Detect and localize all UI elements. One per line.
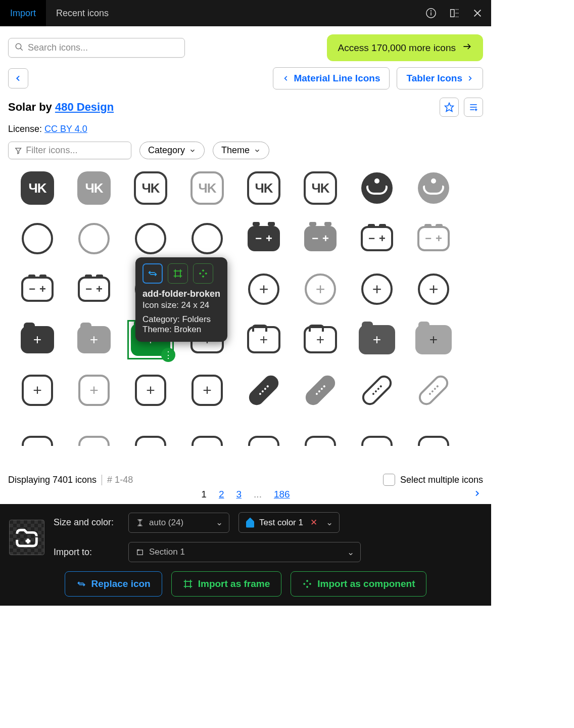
nav-next-label: Tabler Icons bbox=[406, 73, 462, 84]
icon-accessibility-duotone[interactable] bbox=[410, 168, 457, 208]
icon-bandage-duotone[interactable] bbox=[297, 371, 344, 410]
window-resize-icon[interactable] bbox=[449, 8, 460, 19]
icon-4k-outline[interactable]: ЧK bbox=[127, 168, 174, 208]
icon-accessibility-bold[interactable] bbox=[354, 168, 400, 208]
checkbox-icon[interactable] bbox=[383, 474, 395, 486]
icon-add-folder-duotone[interactable]: + bbox=[71, 320, 117, 359]
icon-add-circle-outline-light[interactable]: + bbox=[297, 269, 344, 309]
page-last[interactable]: 186 bbox=[274, 489, 290, 500]
replace-label: Replace icon bbox=[91, 578, 151, 589]
icon-accumulator-broken[interactable]: −+ bbox=[71, 269, 117, 309]
import-frame-button[interactable]: Import as frame bbox=[171, 571, 282, 597]
icon-4k-broken[interactable]: ЧK bbox=[297, 168, 344, 208]
favorite-button[interactable] bbox=[440, 98, 459, 117]
icon-add-circle-outline[interactable]: + bbox=[241, 269, 287, 309]
popup-action-replace[interactable] bbox=[142, 263, 163, 284]
icon-peek[interactable] bbox=[241, 421, 287, 461]
icon-accumulator-linear[interactable]: −+ bbox=[14, 269, 61, 309]
list-add-icon bbox=[468, 102, 479, 112]
icon-add-square-light[interactable]: + bbox=[71, 371, 117, 410]
header: Import Recent icons bbox=[0, 0, 491, 26]
chevron-right-icon bbox=[466, 75, 473, 82]
icon-peek[interactable] bbox=[127, 421, 174, 461]
section-select[interactable]: Section 1 ⌄ bbox=[128, 542, 361, 562]
icon-4k-duotone[interactable]: ЧK bbox=[71, 168, 117, 208]
icon-accumulator-outline-light[interactable]: −+ bbox=[410, 219, 457, 258]
section-value: Section 1 bbox=[149, 547, 185, 557]
icon-peek[interactable] bbox=[184, 421, 230, 461]
clear-color-icon[interactable]: ✕ bbox=[310, 517, 317, 528]
multi-select[interactable]: Select multiple icons bbox=[383, 474, 483, 486]
close-icon[interactable] bbox=[472, 8, 483, 19]
icon-accumulator-bold[interactable]: −+ bbox=[241, 219, 287, 258]
import-to-label: Import to: bbox=[54, 547, 119, 558]
icon-peek[interactable] bbox=[14, 421, 61, 461]
category-select[interactable]: Category bbox=[139, 142, 205, 159]
chevron-down-icon bbox=[189, 147, 196, 154]
import-component-button[interactable]: Import as component bbox=[291, 571, 426, 597]
icon-add-square-outline[interactable]: + bbox=[184, 371, 230, 410]
icon-accumulator-outline[interactable]: −+ bbox=[354, 219, 400, 258]
popup-action-frame[interactable] bbox=[168, 263, 188, 284]
icon-accessibility-linear[interactable] bbox=[127, 219, 174, 258]
icon-add-folder-bold[interactable]: + bbox=[14, 320, 61, 359]
import-component-label: Import as component bbox=[317, 578, 415, 589]
chevron-down-icon: ⌄ bbox=[326, 517, 333, 528]
icon-add-square-linear[interactable]: + bbox=[127, 371, 174, 410]
more-icon[interactable]: ⋮ bbox=[161, 348, 175, 362]
promo-banner[interactable]: Access 170,000 more icons bbox=[327, 34, 483, 61]
icon-accessibility-outline-light[interactable] bbox=[71, 219, 117, 258]
page-2[interactable]: 2 bbox=[219, 489, 224, 500]
icon-peek[interactable] bbox=[354, 421, 400, 461]
svg-rect-22 bbox=[205, 272, 207, 275]
back-button[interactable] bbox=[8, 68, 28, 88]
icon-grid: ЧK ЧK ЧK ЧK ЧK ЧK −+ −+ −+ −+ −+ −+ + + … bbox=[14, 168, 485, 461]
icon-accessibility-broken[interactable] bbox=[184, 219, 230, 258]
replace-icon-button[interactable]: Replace icon bbox=[65, 571, 162, 597]
icon-add-square-broken[interactable]: + bbox=[14, 371, 61, 410]
filter-input[interactable] bbox=[26, 145, 125, 156]
icon-add-folder-big-duotone[interactable]: + bbox=[410, 320, 457, 359]
icon-bandage-outline[interactable] bbox=[354, 371, 400, 410]
icon-accumulator-duotone[interactable]: −+ bbox=[297, 219, 344, 258]
icon-peek[interactable] bbox=[410, 421, 457, 461]
svg-rect-34 bbox=[306, 580, 309, 582]
theme-select[interactable]: Theme bbox=[213, 142, 269, 159]
popup-size: Icon size: 24 x 24 bbox=[142, 300, 220, 310]
tab-import[interactable]: Import bbox=[0, 0, 46, 26]
svg-marker-8 bbox=[445, 103, 454, 112]
icon-add-folder-outline-alt[interactable]: + bbox=[241, 320, 287, 359]
icon-add-circle-linear[interactable]: + bbox=[354, 269, 400, 309]
page-3[interactable]: 3 bbox=[236, 489, 242, 500]
icon-4k-outline-light[interactable]: ЧK bbox=[184, 168, 230, 208]
author-link[interactable]: 480 Design bbox=[55, 101, 114, 113]
list-add-button[interactable] bbox=[464, 98, 483, 117]
icon-peek[interactable] bbox=[71, 421, 117, 461]
search-input[interactable] bbox=[28, 42, 178, 53]
icon-add-circle-broken[interactable]: + bbox=[410, 269, 457, 309]
icon-add-folder-big-bold[interactable]: + bbox=[354, 320, 400, 359]
icon-add-folder-linear[interactable]: + bbox=[297, 320, 344, 359]
nav-next-set[interactable]: Tabler Icons bbox=[397, 67, 483, 89]
color-select[interactable]: Test color 1 ✕ ⌄ bbox=[238, 512, 340, 533]
license-link[interactable]: CC BY 4.0 bbox=[44, 124, 87, 134]
icon-bandage-bold[interactable] bbox=[241, 371, 287, 410]
popup-theme: Theme: Broken bbox=[142, 325, 220, 335]
nav-prev-set[interactable]: Material Line Icons bbox=[273, 67, 390, 89]
info-icon[interactable] bbox=[425, 8, 437, 19]
popup-action-component[interactable] bbox=[193, 263, 213, 284]
size-select[interactable]: auto (24) ⌄ bbox=[128, 513, 229, 533]
icon-peek[interactable] bbox=[297, 421, 344, 461]
frame-icon bbox=[173, 268, 183, 279]
tab-recent[interactable]: Recent icons bbox=[46, 0, 119, 26]
icon-accessibility-outline[interactable] bbox=[14, 219, 61, 258]
icon-4k-bold[interactable]: ЧK bbox=[14, 168, 61, 208]
chevron-left-icon bbox=[282, 75, 290, 82]
svg-rect-37 bbox=[309, 583, 312, 585]
search-input-wrap[interactable] bbox=[8, 38, 185, 58]
icon-tooltip: add-folder-broken Icon size: 24 x 24 Cat… bbox=[135, 257, 227, 342]
filter-input-wrap[interactable] bbox=[8, 142, 131, 159]
page-next[interactable] bbox=[473, 489, 481, 500]
icon-bandage-outline-light[interactable] bbox=[410, 371, 457, 410]
icon-4k-linear[interactable]: ЧK bbox=[241, 168, 287, 208]
